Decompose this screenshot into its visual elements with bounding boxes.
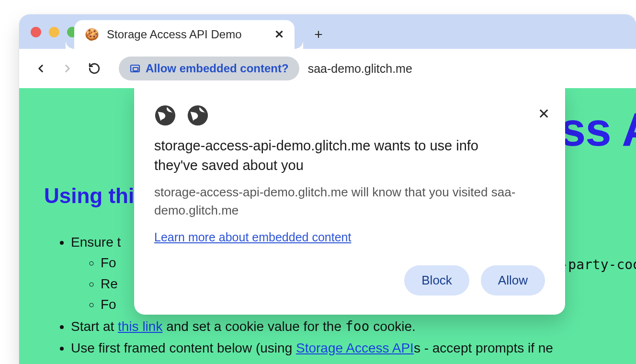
section-heading: Using this (44, 184, 146, 208)
omnibox[interactable]: Allow embedded content? saa-demo.glitch.… (119, 57, 412, 80)
globe-icon (154, 104, 176, 126)
svg-rect-1 (133, 68, 138, 71)
permission-chip[interactable]: Allow embedded content? (119, 57, 299, 80)
reload-button[interactable] (82, 57, 106, 80)
back-button[interactable] (29, 57, 53, 80)
page-viewport: ss A Using this Ensure t Fo Re Fo Start … (19, 88, 636, 364)
popup-body: storage-access-api-demo.glitch.me will k… (154, 183, 545, 219)
learn-more-link[interactable]: Learn more about embedded content (154, 230, 351, 244)
this-link[interactable]: this link (118, 319, 162, 334)
window-controls (31, 27, 78, 37)
tab-title: Storage Access API Demo (107, 28, 267, 41)
block-button[interactable]: Block (404, 265, 469, 296)
forward-button[interactable] (56, 57, 80, 80)
list-item: Use first framed content below (using St… (71, 338, 553, 358)
popup-icons (154, 104, 545, 126)
partial-code-text: -party-coo (560, 257, 636, 273)
page-heading: ss A (560, 102, 636, 157)
browser-tab[interactable]: 🍪 Storage Access API Demo ✕ (74, 20, 295, 49)
popup-title: storage-access-api-demo.glitch.me wants … (154, 136, 545, 175)
popup-actions: Block Allow (154, 265, 545, 296)
toolbar: Allow embedded content? saa-demo.glitch.… (19, 49, 636, 88)
storage-access-api-link[interactable]: Storage Access API (296, 341, 414, 355)
minimize-window-button[interactable] (49, 27, 59, 37)
url-display: saa-demo.glitch.me (308, 62, 412, 76)
tab-favicon: 🍪 (85, 29, 99, 40)
tab-strip: 🍪 Storage Access API Demo ✕ + (19, 14, 636, 49)
globe-icon (187, 104, 209, 126)
allow-button[interactable]: Allow (481, 265, 545, 296)
close-window-button[interactable] (31, 27, 41, 37)
popup-close-icon[interactable]: ✕ (538, 105, 550, 122)
browser-window: 🍪 Storage Access API Demo ✕ + (19, 14, 636, 364)
new-tab-button[interactable]: + (309, 25, 328, 44)
embedded-content-icon (129, 63, 141, 74)
permission-popup: ✕ storage-access-api-demo.glitch.me want… (134, 88, 565, 315)
permission-chip-label: Allow embedded content? (146, 62, 289, 75)
tab-close-icon[interactable]: ✕ (274, 28, 284, 41)
list-item: Start at this link and set a cookie valu… (71, 316, 553, 337)
